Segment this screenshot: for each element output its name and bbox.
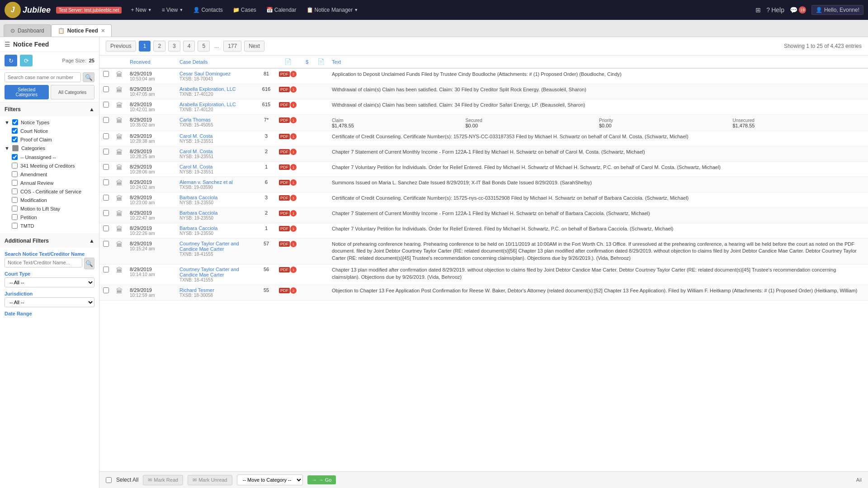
motion-lift-stay-checkbox[interactable] (12, 206, 18, 211)
view-button[interactable]: ≡ View ▼ (158, 5, 187, 15)
cases-button[interactable]: 📁 Cases (229, 5, 260, 15)
page-4-button[interactable]: 4 (183, 41, 195, 52)
page-3-button[interactable]: 3 (168, 41, 180, 52)
row-case-name[interactable]: Courtney Taylor Carter and Candice Mae C… (179, 267, 254, 277)
pdf-icon-group[interactable]: PDF 1 (279, 133, 297, 140)
calendar-button[interactable]: 📅 Calendar (263, 5, 300, 15)
row-checkbox[interactable] (103, 71, 109, 77)
mark-read-button[interactable]: ✉ Mark Read (143, 475, 183, 485)
row-checkbox[interactable] (103, 102, 109, 108)
row-case-name[interactable]: Carol M. Costa (179, 133, 254, 139)
notice-manager-button[interactable]: 📋 Notice Manager ▼ (303, 5, 362, 15)
row-checkbox[interactable] (103, 267, 109, 272)
help-button[interactable]: ? Help (766, 6, 784, 14)
categories-checkbox[interactable] (12, 145, 19, 151)
row-case-name[interactable]: Barbara Cacciola (179, 210, 254, 216)
annual-review-checkbox[interactable] (12, 180, 18, 186)
amendment-item[interactable]: Amendment (12, 170, 94, 178)
tmtd-checkbox[interactable] (12, 223, 18, 229)
select-all-checkbox[interactable] (106, 477, 112, 483)
sync-button[interactable]: ⟳ (20, 55, 33, 66)
cos-checkbox[interactable] (12, 188, 18, 194)
amendment-checkbox[interactable] (12, 171, 18, 177)
row-case-name[interactable]: Barbara Cacciola (179, 225, 254, 231)
categories-item[interactable]: ▼ Categories (5, 144, 94, 153)
header-received[interactable]: Received (126, 56, 176, 68)
notice-types-checkbox[interactable] (12, 119, 18, 125)
row-checkbox[interactable] (103, 164, 109, 170)
jurisdiction-select[interactable]: -- All -- (5, 297, 94, 307)
pdf-icon-group[interactable]: PDF 1 (279, 164, 297, 170)
pdf-icon-group[interactable]: PDF 1 (279, 179, 297, 186)
court-notice-item[interactable]: Court Notice (12, 127, 94, 135)
page-2-button[interactable]: 2 (153, 41, 165, 52)
cos-item[interactable]: COS - Certificate of Service (12, 187, 94, 196)
move-category-select[interactable]: -- Move to Category -- (237, 474, 303, 485)
page-5-button[interactable]: 5 (198, 41, 210, 52)
filters-header[interactable]: Filters ▲ (0, 103, 99, 116)
row-checkbox[interactable] (103, 117, 109, 123)
tab-close-button[interactable]: ✕ (101, 28, 105, 33)
pdf-icon-group[interactable]: PDF 1 (279, 210, 297, 216)
pdf-icon-group[interactable]: PDF 1 (279, 102, 297, 108)
pdf-icon-group[interactable]: PDF 1 (279, 86, 297, 93)
pdf-icon-group[interactable]: PDF 1 (279, 117, 297, 123)
notice-text-input[interactable] (5, 258, 82, 267)
additional-filters-header[interactable]: Additional Filters ▲ (0, 234, 99, 248)
unassigned-item[interactable]: -- Unassigned -- (12, 153, 94, 161)
row-checkbox[interactable] (103, 287, 109, 293)
court-type-select[interactable]: -- All -- (5, 277, 94, 287)
unassigned-checkbox[interactable] (12, 154, 18, 160)
pdf-icon-group[interactable]: PDF 1 (279, 241, 297, 247)
pdf-icon-group[interactable]: PDF 2 (279, 71, 297, 77)
notice-search-button[interactable]: 🔍 (84, 258, 94, 269)
all-categories-button[interactable]: All Categories (51, 85, 95, 99)
motion-lift-stay-item[interactable]: Motion to Lift Stay (12, 204, 94, 213)
go-button[interactable]: → → Go (307, 475, 336, 484)
messages-button[interactable]: 💬 19 (790, 6, 806, 14)
row-case-name[interactable]: Barbara Cacciola (179, 195, 254, 200)
341-meeting-checkbox[interactable] (12, 163, 18, 169)
annual-review-item[interactable]: Annual Review (12, 178, 94, 187)
tmtd-item[interactable]: TMTD (12, 221, 94, 230)
petition-checkbox[interactable] (12, 214, 18, 220)
next-page-button[interactable]: Next (244, 41, 264, 52)
row-case-name[interactable]: Cesar Saul Dominguez (179, 71, 254, 76)
row-case-name[interactable]: Aleman v. Sanchez et al (179, 179, 254, 185)
prev-page-button[interactable]: Previous (106, 41, 136, 52)
row-checkbox[interactable] (103, 210, 109, 216)
pdf-icon-group[interactable]: PDF 1 (279, 149, 297, 155)
court-notice-checkbox[interactable] (12, 128, 18, 134)
tab-dashboard[interactable]: ⊙ Dashboard (4, 24, 51, 37)
row-checkbox[interactable] (103, 195, 109, 201)
search-input[interactable] (5, 72, 81, 82)
row-checkbox[interactable] (103, 241, 109, 247)
row-checkbox[interactable] (103, 149, 109, 155)
refresh-button[interactable]: ↻ (5, 55, 17, 66)
row-case-name[interactable]: Courtney Taylor Carter and Candice Mae C… (179, 241, 254, 252)
row-case-name[interactable]: Arabella Exploration, LLC (179, 86, 254, 92)
row-case-name[interactable]: Carol M. Costa (179, 164, 254, 169)
new-button[interactable]: + New ▼ (127, 5, 155, 15)
row-case-name[interactable]: Arabella Exploration, LLC (179, 102, 254, 107)
row-checkbox[interactable] (103, 179, 109, 185)
proof-of-claim-checkbox[interactable] (12, 136, 18, 142)
row-checkbox[interactable] (103, 225, 109, 231)
search-button[interactable]: 🔍 (83, 72, 94, 82)
grid-icon-button[interactable]: ⊞ (755, 6, 761, 14)
user-menu-button[interactable]: 👤 Hello, Evonne! (811, 5, 863, 15)
row-case-name[interactable]: Richard Tesmer (179, 287, 254, 293)
341-meeting-item[interactable]: 341 Meeting of Creditors (12, 161, 94, 170)
notice-types-item[interactable]: ▼ Notice Types (5, 118, 94, 127)
page-1-button[interactable]: 1 (139, 41, 151, 52)
modification-item[interactable]: Modification (12, 196, 94, 204)
proof-of-claim-item[interactable]: Proof of Claim (12, 135, 94, 144)
petition-item[interactable]: Petition (12, 213, 94, 221)
pdf-icon-group[interactable]: PDF 1 (279, 225, 297, 232)
row-checkbox[interactable] (103, 86, 109, 92)
mark-unread-button[interactable]: ✉ Mark Unread (188, 475, 232, 485)
contacts-button[interactable]: 👤 Contacts (189, 5, 226, 15)
modification-checkbox[interactable] (12, 197, 18, 203)
selected-categories-button[interactable]: Selected Categories (5, 85, 49, 99)
pdf-icon-group[interactable]: PDF 2 (279, 287, 297, 294)
